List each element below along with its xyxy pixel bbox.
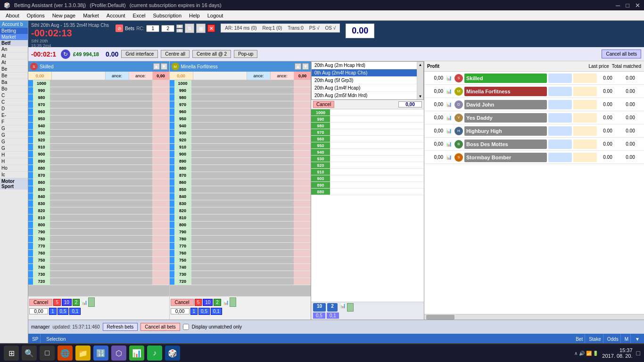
grid1-price-row[interactable]: 860	[28, 179, 169, 186]
menu-account[interactable]: Account	[103, 12, 129, 19]
inner-price-row[interactable]: 880	[311, 189, 424, 195]
grid1-price-row[interactable]: 810	[28, 214, 169, 222]
taskbar-calc-btn[interactable]: 🔢	[93, 346, 108, 361]
race-list-item[interactable]: 20th Aug (5f Grp3)	[312, 77, 417, 84]
rc-input[interactable]	[146, 25, 159, 32]
h-scrollbar[interactable]	[424, 314, 644, 320]
grid2-price-row[interactable]: 880	[170, 165, 311, 172]
sidebar-item-g3[interactable]: G	[0, 139, 28, 145]
widget2-green-btn[interactable]	[230, 297, 236, 307]
grid1-price-row[interactable]: 940	[28, 123, 169, 130]
maximize-button[interactable]: □	[626, 2, 629, 9]
inner-green-btn[interactable]	[347, 303, 354, 312]
inner-price-row[interactable]: 1000	[311, 109, 424, 116]
taskbar-search-btn[interactable]: 🔍	[22, 346, 37, 361]
refresh-icon[interactable]: ↻	[61, 49, 70, 59]
race-list-item[interactable]: 20th Aug (2m5f Mdn Hrd)	[312, 92, 417, 99]
grid1-price-row[interactable]: 740	[28, 264, 169, 271]
taskbar-music-btn[interactable]: ♪	[147, 346, 162, 361]
taskbar-icon6-btn[interactable]: ⬡	[111, 346, 126, 361]
grid2-price-row[interactable]: 720	[170, 278, 311, 285]
widget1-value-input[interactable]	[29, 308, 48, 314]
taskbar-browser-btn[interactable]: 🌐	[58, 346, 73, 361]
sidebar-item-g4[interactable]: G	[0, 145, 28, 152]
grid2-price-row[interactable]: 940	[170, 123, 311, 130]
runner-chart-icon[interactable]: 📊	[445, 89, 453, 94]
widget1-sub-btn-01[interactable]: 0,1	[69, 308, 81, 315]
runner-chart-icon[interactable]: 📊	[445, 141, 453, 147]
grid1-price-row[interactable]: 910	[28, 144, 169, 151]
sidebar-item-f[interactable]: F	[0, 119, 28, 125]
grid1-price-row[interactable]: 980	[28, 94, 169, 101]
grid2-price-row[interactable]: 790	[170, 229, 311, 236]
sidebar-item-at1[interactable]: At	[0, 53, 28, 59]
selection-expand-btn[interactable]: ▼	[633, 334, 642, 344]
grid1-price-row[interactable]: 930	[28, 130, 169, 137]
grid1-price-row[interactable]: 800	[28, 222, 169, 229]
sidebar-market[interactable]: Market	[0, 34, 28, 40]
inner-cancel-btn[interactable]: Cancel	[313, 101, 334, 108]
menu-new-page[interactable]: New page	[49, 12, 80, 19]
taskbar-files-btn[interactable]: 📁	[75, 346, 91, 361]
sidebar-item-h3[interactable]: Ho	[0, 165, 28, 172]
sidebar-item-h2[interactable]: H	[0, 158, 28, 165]
popup-btn[interactable]: Pop-up	[234, 50, 257, 58]
grid2-price-row[interactable]: 860	[170, 179, 311, 186]
menu-excel[interactable]: Excel	[129, 12, 149, 19]
sidebar-item-g1[interactable]: G	[0, 125, 28, 132]
grid2-price-row[interactable]: 840	[170, 193, 311, 200]
widget2-btn-5[interactable]: 5	[195, 299, 202, 306]
grid1-price-row[interactable]: 850	[28, 186, 169, 193]
grid2-price-row[interactable]: 750	[170, 257, 311, 264]
close-bet-btn[interactable]: ✕	[207, 25, 215, 32]
widget1-chart-icon[interactable]: 📊	[82, 300, 87, 305]
grid2-price-row[interactable]: 920	[170, 137, 311, 144]
sidebar-item-be1[interactable]: Be	[0, 66, 28, 73]
centre-all-2-btn[interactable]: Centre all @ 2	[192, 50, 231, 58]
taskbar-task-view-btn[interactable]: □	[40, 346, 55, 361]
inner-price-row[interactable]: 920	[311, 162, 424, 169]
display-unmatched-checkbox[interactable]	[183, 324, 189, 330]
layout-toggle-btn[interactable]: ⇅	[185, 24, 194, 33]
grid1-price-row[interactable]: 760	[28, 250, 169, 257]
grid2-price-row[interactable]: 730	[170, 271, 311, 278]
grid2-price-row[interactable]: 910	[170, 144, 311, 151]
centre-all-btn[interactable]: Centre all	[161, 50, 190, 58]
inner-chart-icon[interactable]: 📊	[340, 303, 346, 312]
grid2-price-row[interactable]: 740	[170, 264, 311, 271]
grid-interface-btn[interactable]: Grid interface	[121, 50, 158, 58]
grid1-price-row[interactable]: 820	[28, 207, 169, 214]
grid2-price-row[interactable]: 810	[170, 214, 311, 222]
grid2-price-row[interactable]: 760	[170, 250, 311, 257]
grid1-price-row[interactable]: 880	[28, 165, 169, 172]
widget2-sub-btn-05[interactable]: 0,5	[198, 308, 210, 315]
refresh-bets-btn[interactable]: Refresh bets	[103, 323, 138, 331]
runner-chart-icon[interactable]: 📊	[445, 115, 453, 120]
cancel-all-bets-btn[interactable]: Cancel all bets	[602, 49, 641, 58]
inner-price-row[interactable]: 890	[311, 182, 424, 189]
race-dropdown-scrollbar[interactable]: ▲ ▼	[417, 62, 423, 99]
grid2-price-row[interactable]: 870	[170, 172, 311, 179]
grid2-price-row[interactable]: 890	[170, 158, 311, 165]
rc-down-btn[interactable]: ▼	[176, 29, 183, 33]
grid2-price-row[interactable]: 780	[170, 236, 311, 243]
runner-chart-icon[interactable]: 📊	[445, 75, 453, 81]
widget2-cancel-btn[interactable]: Cancel	[171, 299, 194, 306]
sidebar-item-c[interactable]: C	[0, 92, 28, 99]
sidebar-item-h1[interactable]: H	[0, 152, 28, 158]
widget2-btn-2[interactable]: 2	[214, 299, 221, 306]
grid1-price-row[interactable]: 970	[28, 101, 169, 108]
grid-view-btn[interactable]: ▦	[196, 24, 206, 33]
grid2-price-row[interactable]: 970	[170, 101, 311, 108]
menu-subscription[interactable]: Subscription	[149, 12, 186, 19]
grid1-price-row[interactable]: 750	[28, 257, 169, 264]
runner-chart-icon[interactable]: 📊	[445, 155, 453, 160]
grid2-price-row[interactable]: 820	[170, 207, 311, 214]
widget2-sub-btn-01[interactable]: 0,1	[211, 308, 222, 315]
inner-price-row[interactable]: 980	[311, 123, 424, 129]
inner-price-row[interactable]: 970	[311, 129, 424, 136]
grid1-price-row[interactable]: 960	[28, 108, 169, 115]
grid1-up-btn[interactable]: ▲	[153, 63, 160, 70]
widget2-sub-btn-1[interactable]: 1	[190, 308, 198, 315]
widget2-btn-10[interactable]: 10	[203, 299, 213, 306]
